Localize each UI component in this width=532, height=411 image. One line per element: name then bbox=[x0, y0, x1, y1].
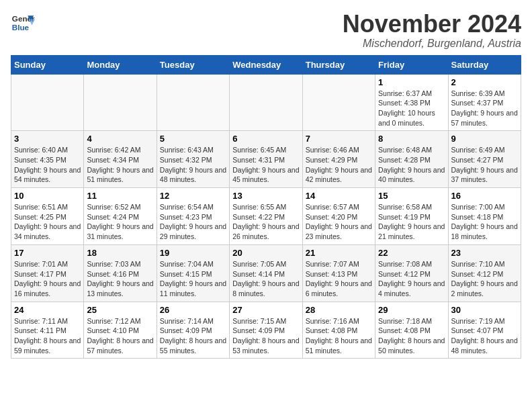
day-number: 9 bbox=[451, 134, 518, 144]
day-detail: Sunrise: 7:18 AM Sunset: 4:08 PM Dayligh… bbox=[378, 316, 445, 356]
day-detail: Sunrise: 6:52 AM Sunset: 4:24 PM Dayligh… bbox=[87, 202, 153, 242]
calendar-cell: 24Sunrise: 7:11 AM Sunset: 4:11 PM Dayli… bbox=[11, 302, 84, 359]
day-detail: Sunrise: 7:15 AM Sunset: 4:09 PM Dayligh… bbox=[232, 316, 299, 356]
calendar-cell: 22Sunrise: 7:08 AM Sunset: 4:12 PM Dayli… bbox=[375, 244, 448, 302]
day-detail: Sunrise: 6:43 AM Sunset: 4:32 PM Dayligh… bbox=[160, 145, 226, 185]
day-number: 1 bbox=[378, 77, 445, 87]
calendar-cell: 21Sunrise: 7:07 AM Sunset: 4:13 PM Dayli… bbox=[302, 244, 375, 302]
day-detail: Sunrise: 6:55 AM Sunset: 4:22 PM Dayligh… bbox=[232, 202, 299, 242]
calendar-cell: 26Sunrise: 7:14 AM Sunset: 4:09 PM Dayli… bbox=[157, 302, 229, 359]
calendar-cell: 4Sunrise: 6:42 AM Sunset: 4:34 PM Daylig… bbox=[84, 131, 157, 188]
day-detail: Sunrise: 6:40 AM Sunset: 4:35 PM Dayligh… bbox=[14, 145, 81, 185]
day-detail: Sunrise: 6:54 AM Sunset: 4:23 PM Dayligh… bbox=[160, 202, 226, 242]
header-tuesday: Tuesday bbox=[157, 55, 229, 74]
calendar-cell: 16Sunrise: 7:00 AM Sunset: 4:18 PM Dayli… bbox=[448, 188, 521, 245]
day-number: 27 bbox=[232, 305, 299, 315]
calendar-cell: 10Sunrise: 6:51 AM Sunset: 4:25 PM Dayli… bbox=[11, 188, 84, 245]
day-number: 19 bbox=[160, 248, 226, 258]
day-number: 14 bbox=[306, 191, 372, 201]
day-number: 6 bbox=[232, 134, 299, 144]
calendar-cell: 11Sunrise: 6:52 AM Sunset: 4:24 PM Dayli… bbox=[84, 188, 157, 245]
day-number: 25 bbox=[87, 305, 153, 315]
day-detail: Sunrise: 7:04 AM Sunset: 4:15 PM Dayligh… bbox=[160, 259, 226, 299]
day-number: 10 bbox=[14, 191, 81, 201]
day-detail: Sunrise: 7:10 AM Sunset: 4:12 PM Dayligh… bbox=[451, 259, 518, 299]
calendar-table: SundayMondayTuesdayWednesdayThursdayFrid… bbox=[11, 55, 521, 359]
day-detail: Sunrise: 6:37 AM Sunset: 4:38 PM Dayligh… bbox=[378, 89, 445, 128]
day-number: 13 bbox=[232, 191, 299, 201]
calendar-week-row: 10Sunrise: 6:51 AM Sunset: 4:25 PM Dayli… bbox=[11, 188, 521, 245]
calendar-cell: 13Sunrise: 6:55 AM Sunset: 4:22 PM Dayli… bbox=[230, 188, 302, 245]
day-detail: Sunrise: 6:45 AM Sunset: 4:31 PM Dayligh… bbox=[232, 145, 299, 185]
calendar-cell: 12Sunrise: 6:54 AM Sunset: 4:23 PM Dayli… bbox=[157, 188, 229, 245]
header-thursday: Thursday bbox=[302, 55, 375, 74]
header-sunday: Sunday bbox=[11, 55, 84, 74]
day-number: 16 bbox=[451, 191, 518, 201]
calendar-cell: 23Sunrise: 7:10 AM Sunset: 4:12 PM Dayli… bbox=[448, 244, 521, 302]
day-detail: Sunrise: 6:58 AM Sunset: 4:19 PM Dayligh… bbox=[378, 202, 445, 242]
calendar-cell: 25Sunrise: 7:12 AM Sunset: 4:10 PM Dayli… bbox=[84, 302, 157, 359]
calendar-cell: 9Sunrise: 6:49 AM Sunset: 4:27 PM Daylig… bbox=[448, 131, 521, 188]
calendar-week-row: 17Sunrise: 7:01 AM Sunset: 4:17 PM Dayli… bbox=[11, 244, 521, 302]
day-number: 20 bbox=[232, 248, 299, 258]
day-number: 4 bbox=[87, 134, 153, 144]
header-monday: Monday bbox=[84, 55, 157, 74]
day-number: 18 bbox=[87, 248, 153, 258]
header-friday: Friday bbox=[375, 55, 448, 74]
calendar-cell: 30Sunrise: 7:19 AM Sunset: 4:07 PM Dayli… bbox=[448, 302, 521, 359]
calendar-cell bbox=[157, 74, 229, 131]
calendar-cell: 20Sunrise: 7:05 AM Sunset: 4:14 PM Dayli… bbox=[230, 244, 302, 302]
day-detail: Sunrise: 6:48 AM Sunset: 4:28 PM Dayligh… bbox=[378, 145, 445, 185]
day-number: 2 bbox=[451, 77, 518, 87]
svg-text:Blue: Blue bbox=[12, 23, 30, 32]
day-detail: Sunrise: 6:49 AM Sunset: 4:27 PM Dayligh… bbox=[451, 145, 518, 185]
calendar-cell: 18Sunrise: 7:03 AM Sunset: 4:16 PM Dayli… bbox=[84, 244, 157, 302]
calendar-cell: 6Sunrise: 6:45 AM Sunset: 4:31 PM Daylig… bbox=[230, 131, 302, 188]
day-detail: Sunrise: 7:11 AM Sunset: 4:11 PM Dayligh… bbox=[14, 316, 81, 356]
main-title: November 2024 bbox=[343, 11, 521, 38]
calendar-cell: 8Sunrise: 6:48 AM Sunset: 4:28 PM Daylig… bbox=[375, 131, 448, 188]
calendar-cell bbox=[84, 74, 157, 131]
day-number: 11 bbox=[87, 191, 153, 201]
calendar-cell: 17Sunrise: 7:01 AM Sunset: 4:17 PM Dayli… bbox=[11, 244, 84, 302]
calendar-cell bbox=[11, 74, 84, 131]
header-wednesday: Wednesday bbox=[230, 55, 302, 74]
calendar-cell: 5Sunrise: 6:43 AM Sunset: 4:32 PM Daylig… bbox=[157, 131, 229, 188]
day-detail: Sunrise: 6:46 AM Sunset: 4:29 PM Dayligh… bbox=[306, 145, 372, 185]
calendar-cell: 1Sunrise: 6:37 AM Sunset: 4:38 PM Daylig… bbox=[375, 74, 448, 131]
logo-icon: General Blue bbox=[11, 11, 35, 35]
calendar-header-row: SundayMondayTuesdayWednesdayThursdayFrid… bbox=[11, 55, 521, 74]
day-number: 24 bbox=[14, 305, 81, 315]
day-detail: Sunrise: 7:03 AM Sunset: 4:16 PM Dayligh… bbox=[87, 259, 153, 299]
calendar-cell: 27Sunrise: 7:15 AM Sunset: 4:09 PM Dayli… bbox=[230, 302, 302, 359]
day-detail: Sunrise: 6:57 AM Sunset: 4:20 PM Dayligh… bbox=[306, 202, 372, 242]
calendar-cell bbox=[302, 74, 375, 131]
day-detail: Sunrise: 7:16 AM Sunset: 4:08 PM Dayligh… bbox=[306, 316, 372, 356]
page-header: General Blue November 2024 Mischendorf, … bbox=[11, 11, 521, 50]
day-number: 5 bbox=[160, 134, 226, 144]
day-number: 26 bbox=[160, 305, 226, 315]
calendar-week-row: 3Sunrise: 6:40 AM Sunset: 4:35 PM Daylig… bbox=[11, 131, 521, 188]
day-detail: Sunrise: 7:00 AM Sunset: 4:18 PM Dayligh… bbox=[451, 202, 518, 242]
day-number: 22 bbox=[378, 248, 445, 258]
day-detail: Sunrise: 7:07 AM Sunset: 4:13 PM Dayligh… bbox=[306, 259, 372, 299]
day-detail: Sunrise: 6:51 AM Sunset: 4:25 PM Dayligh… bbox=[14, 202, 81, 242]
day-detail: Sunrise: 7:14 AM Sunset: 4:09 PM Dayligh… bbox=[160, 316, 226, 356]
day-number: 3 bbox=[14, 134, 81, 144]
calendar-cell: 3Sunrise: 6:40 AM Sunset: 4:35 PM Daylig… bbox=[11, 131, 84, 188]
title-section: November 2024 Mischendorf, Burgenland, A… bbox=[343, 11, 521, 50]
day-number: 29 bbox=[378, 305, 445, 315]
day-detail: Sunrise: 7:12 AM Sunset: 4:10 PM Dayligh… bbox=[87, 316, 153, 356]
day-detail: Sunrise: 7:01 AM Sunset: 4:17 PM Dayligh… bbox=[14, 259, 81, 299]
day-number: 15 bbox=[378, 191, 445, 201]
calendar-cell: 14Sunrise: 6:57 AM Sunset: 4:20 PM Dayli… bbox=[302, 188, 375, 245]
subtitle: Mischendorf, Burgenland, Austria bbox=[343, 38, 521, 50]
calendar-week-row: 1Sunrise: 6:37 AM Sunset: 4:38 PM Daylig… bbox=[11, 74, 521, 131]
day-number: 28 bbox=[306, 305, 372, 315]
calendar-cell bbox=[230, 74, 302, 131]
calendar-cell: 7Sunrise: 6:46 AM Sunset: 4:29 PM Daylig… bbox=[302, 131, 375, 188]
day-number: 30 bbox=[451, 305, 518, 315]
day-number: 21 bbox=[306, 248, 372, 258]
day-number: 17 bbox=[14, 248, 81, 258]
day-detail: Sunrise: 6:39 AM Sunset: 4:37 PM Dayligh… bbox=[451, 89, 518, 128]
